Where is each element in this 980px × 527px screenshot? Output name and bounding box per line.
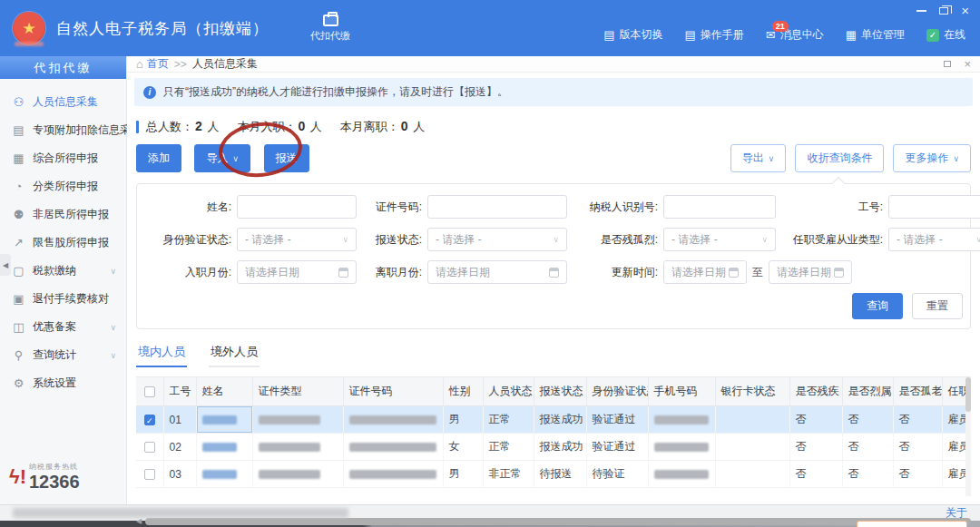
stat-label: 本月离职： (340, 120, 399, 133)
calendar-icon (549, 268, 559, 278)
hotline-icon: ϟ! (9, 467, 26, 487)
chevron-down-icon: ∨ (110, 323, 116, 332)
sidebar-item-system-settings[interactable]: ⚙系统设置 (0, 369, 126, 397)
table-wrap: 工号姓名证件类型证件号码性别人员状态报送状态身份验证状态手机号码银行卡状态是否残… (136, 376, 971, 496)
redacted-value (202, 470, 237, 479)
filter-date-hire-month[interactable]: 请选择日期 (237, 260, 357, 284)
nav-online-status[interactable]: ✓在线 (926, 27, 965, 43)
sidebar-item-tax-payment[interactable]: ▢税款缴纳∨ (0, 257, 126, 285)
horizontal-scrollbar[interactable]: ◀ (136, 518, 971, 525)
module-tab-daikou-daijiao[interactable]: 代扣代缴 (310, 15, 350, 43)
sidebar-item-refund-fee-check[interactable]: ▣退付手续费核对 (0, 285, 126, 313)
query-button[interactable]: 查询 (852, 293, 903, 319)
filter-select-disabled-orphan-martyr[interactable]: - 请选择 -∨ (663, 228, 776, 251)
tab-foreign[interactable]: 境外人员 (209, 340, 260, 367)
sidebar-item-nonresident-income[interactable]: ⚉非居民所得申报 (0, 200, 126, 229)
nav-manual[interactable]: ▤操作手册 (685, 27, 744, 43)
sidebar-collapse-handle[interactable]: ◀ (0, 254, 11, 276)
column-header[interactable]: 是否烈属 (842, 377, 893, 406)
user-icon: ⚇ (12, 95, 25, 109)
vertical-scroll-thumb[interactable] (965, 377, 971, 412)
column-header[interactable]: 是否孤老 (893, 377, 942, 406)
collapse-query-button[interactable]: 收折查询条件 (795, 144, 884, 172)
gear-icon: ⚙ (12, 376, 25, 390)
maximize-icon[interactable] (939, 7, 948, 15)
filter-field-name: 姓名: (144, 195, 357, 219)
filter-input-taxpayer-id[interactable] (663, 195, 776, 219)
minimize-icon[interactable] (916, 10, 926, 12)
column-header[interactable]: 银行卡状态 (715, 377, 789, 406)
table-row[interactable]: 02女正常报送成功验证通过否否否雇员 (136, 434, 971, 461)
tab-maximize-icon[interactable] (944, 61, 951, 67)
select-all-checkbox[interactable] (144, 386, 155, 397)
nav-version-switch[interactable]: ▤版本切换 (603, 27, 662, 43)
table-cell (715, 434, 789, 461)
row-checkbox[interactable] (144, 469, 155, 480)
toolbar: 添加 导入∨ 报送 导出∨ 收折查询条件 更多操作∨ (136, 144, 971, 172)
horizontal-scroll-thumb[interactable] (145, 518, 971, 525)
export-button[interactable]: 导出∨ (730, 144, 787, 172)
filter-date-update-time-start[interactable]: 请选择日期 (663, 260, 747, 284)
sidebar-item-label: 专项附加扣除信息采集 (33, 122, 142, 138)
table-cell: 02 (163, 434, 196, 461)
sidebar-item-personnel-info[interactable]: ⚇人员信息采集 (0, 88, 126, 116)
breadcrumb-home[interactable]: 首页 (147, 56, 169, 72)
tab-domestic[interactable]: 境内人员 (136, 340, 187, 367)
filter-field-update-time: 更新时间:请选择日期至请选择日期 (567, 260, 852, 284)
filter-field-leave-month: 离职月份:请选择日期 (357, 260, 567, 284)
filter-select-identity-verify-status[interactable]: - 请选择 -∨ (237, 228, 357, 251)
sidebar-menu: ⚇人员信息采集▤专项附加扣除信息采集▦综合所得申报◔分类所得申报⚉非居民所得申报… (0, 79, 126, 397)
filter-date-leave-month[interactable]: 请选择日期 (427, 260, 567, 284)
row-checkbox[interactable]: ✓ (144, 415, 155, 425)
close-icon[interactable]: × (961, 6, 969, 15)
reset-button[interactable]: 重置 (912, 293, 963, 319)
table-cell (196, 406, 252, 434)
date-placeholder: 请选择日期 (671, 265, 726, 280)
row-checkbox[interactable] (144, 442, 155, 453)
column-header[interactable]: 工号 (163, 377, 196, 406)
add-button[interactable]: 添加 (136, 144, 181, 172)
chevron-down-icon: ∨ (975, 235, 980, 244)
filter-field-employee-no: 工号: (776, 195, 980, 219)
sidebar-item-special-deduction[interactable]: ▤专项附加扣除信息采集 (0, 116, 126, 144)
table-row[interactable]: ✓01男正常报送成功验证通过否否否雇员 (136, 406, 971, 434)
vertical-scrollbar[interactable] (965, 377, 971, 496)
import-button[interactable]: 导入∨ (194, 144, 250, 172)
filter-date-update-time-end[interactable]: 请选择日期 (769, 260, 852, 284)
column-header[interactable]: 报送状态 (534, 377, 586, 406)
filter-select-submit-status[interactable]: - 请选择 -∨ (427, 228, 567, 251)
table-cell: 否 (842, 434, 893, 461)
filter-input-employee-no[interactable] (888, 195, 980, 219)
column-header[interactable]: 姓名 (196, 377, 252, 406)
sidebar-item-query-statistics[interactable]: ⚲查询统计∨ (0, 341, 126, 369)
filter-input-id-number[interactable] (427, 195, 567, 219)
sidebar-item-preferential-filing[interactable]: ◫优惠备案∨ (0, 313, 126, 341)
column-header[interactable]: 是否残疾 (789, 377, 842, 406)
nav-message-center[interactable]: ✉21消息中心 (766, 27, 824, 43)
column-header[interactable]: 人员状态 (483, 377, 534, 406)
panel-notch (832, 177, 845, 190)
chevron-down-icon: ∨ (110, 267, 116, 276)
filter-input-name[interactable] (237, 195, 357, 219)
chevron-down-icon: ∨ (110, 351, 116, 360)
column-header[interactable]: 身份验证状态 (586, 377, 648, 406)
submit-button[interactable]: 报送 (264, 144, 309, 172)
column-header[interactable]: 证件类型 (252, 377, 343, 406)
sidebar-item-restricted-stock[interactable]: ↗限售股所得申报 (0, 229, 126, 257)
filter-select-employment-type[interactable]: - 请选择 -∨ (888, 228, 980, 251)
sidebar-item-classified-income[interactable]: ◔分类所得申报 (0, 172, 126, 200)
tab-close-icon[interactable]: × (964, 61, 971, 68)
table-row[interactable]: 03男非正常待报送待验证否否否雇员 (136, 461, 971, 488)
table-cell: 否 (789, 406, 842, 434)
nav-unit-management[interactable]: ▦单位管理 (846, 27, 905, 43)
column-header[interactable]: 性别 (443, 377, 483, 406)
column-header[interactable]: 证件号码 (343, 377, 443, 406)
table-cell (648, 406, 715, 434)
column-header[interactable]: 手机号码 (648, 377, 715, 406)
more-actions-button[interactable]: 更多操作∨ (893, 144, 971, 172)
table-cell: 验证通过 (586, 434, 648, 461)
sidebar-item-comprehensive-income[interactable]: ▦综合所得申报 (0, 144, 126, 172)
scroll-left-icon[interactable]: ◀ (136, 518, 142, 525)
table-cell (252, 434, 343, 461)
next-step-button[interactable]: 下一步，报表填写 (857, 521, 967, 527)
